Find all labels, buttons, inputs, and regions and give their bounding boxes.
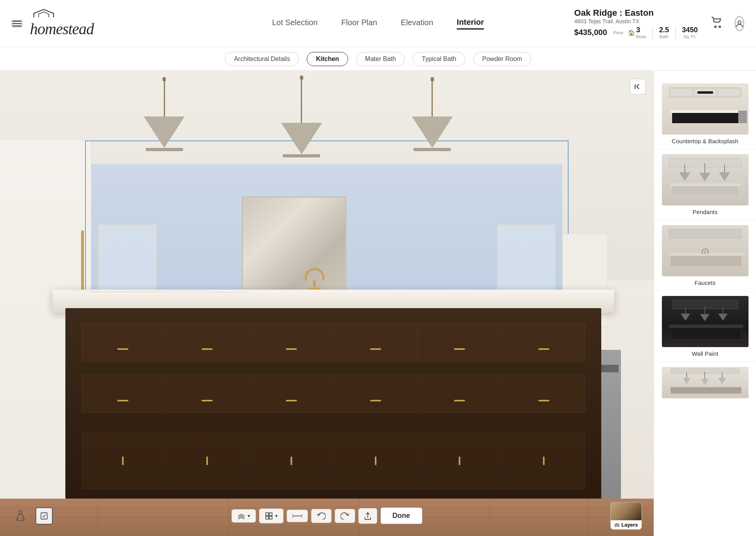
price-label: Price [613,30,623,35]
sqft-value: 3450 [682,26,698,34]
cart-icon [711,17,723,28]
layers-icon [237,513,245,519]
share-icon [364,512,371,520]
redo-icon [341,512,349,519]
layers-label: Layers [611,520,641,529]
baths-value: 2.5 [659,26,669,34]
header-right: Oak Ridge : Easton 4603 Tejas Trail, Aus… [579,8,744,39]
sqft-label: Sq. Ft. [682,34,698,39]
svg-rect-17 [266,516,269,519]
main-nav: Lot Selection Floor Plan Elevation Inter… [177,18,579,30]
sub-nav-typical-bath[interactable]: Typical Bath [413,52,465,66]
svg-rect-15 [266,513,269,516]
edit-icon [40,512,48,520]
svg-rect-14 [41,513,47,519]
stat-baths: 2.5 Bath [659,26,669,39]
property-stats: $435,000 Price 🏠 3 Beds 2.5 Bath 3450 [574,26,699,39]
redo-button[interactable] [335,509,355,523]
sub-nav-kitchen[interactable]: Kitchen [307,52,348,66]
wall-paint-label: Wall Paint [662,350,748,357]
stat-beds: 3 Beds [636,26,646,39]
baths-label: Bath [659,34,669,39]
panel-item-wall-paint[interactable]: Wall Paint [654,291,756,362]
sub-nav-architectural-details[interactable]: Architectural Details [225,52,299,66]
beds-value: 3 [636,26,646,34]
wall-paint-thumbnail [662,296,749,347]
main-content: Done Layers [0,71,756,536]
layers-thumbnail [611,503,641,520]
layers-small-icon [614,522,620,527]
property-name: Oak Ridge : Easton [574,8,699,18]
svg-point-0 [715,26,716,28]
user-button[interactable] [735,16,744,31]
menu-button[interactable] [12,20,22,27]
logo-house-icon [30,9,57,20]
kitchen-scene [0,71,654,536]
property-price: $435,000 [574,28,607,37]
property-address: 4603 Tejas Trail, Austin TX [574,18,699,24]
svg-point-2 [738,21,741,24]
person-mode-button[interactable] [12,507,29,525]
collapse-icon [634,83,642,91]
header: homestead Lot Selection Floor Plan Eleva… [0,0,756,47]
island-base [65,308,601,499]
svg-point-1 [719,26,721,28]
grid-icon [265,512,273,520]
undo-button[interactable] [311,509,332,523]
faucets-label: Faucets [662,279,748,286]
logo-text: homestead [30,20,94,38]
nav-elevation[interactable]: Elevation [401,18,433,29]
kitchen-viewer: Done Layers [0,71,654,536]
stat-divider-2 [675,27,676,39]
toolbar-left [12,507,53,525]
user-icon [736,20,743,28]
grid-button[interactable] [259,508,284,523]
cart-button[interactable] [711,17,723,30]
svg-rect-16 [269,513,272,516]
done-button[interactable]: Done [380,507,422,524]
share-button[interactable] [358,508,377,524]
countertop-thumbnail [662,83,749,135]
right-panel: Countertop & Backsplash [654,71,756,536]
person-icon [15,510,26,522]
stat-divider-1 [652,27,653,39]
layers-panel-button[interactable]: Layers [610,502,642,530]
undo-icon [317,512,326,519]
stat-sqft: 3450 Sq. Ft. [682,26,698,39]
pendant-center [281,71,322,157]
pendants-label: Pendants [662,209,748,215]
svg-point-11 [19,510,22,514]
pendants-thumbnail [662,154,749,205]
pendant-right [412,71,453,151]
panel-item-flooring[interactable] [654,362,756,406]
toolbar-center: Done [232,507,422,524]
beds-label: Beds [636,34,646,39]
beds-icon: 🏠 [628,30,635,36]
measure-icon [293,513,302,519]
sub-nav-mater-bath[interactable]: Mater Bath [356,52,405,66]
svg-rect-18 [269,516,272,519]
bottom-toolbar: Done Layers [0,507,654,524]
nav-interior[interactable]: Interior [457,18,484,30]
nav-floor-plan[interactable]: Floor Plan [341,18,377,29]
nav-lot-selection[interactable]: Lot Selection [272,18,318,29]
sub-nav-powder-room[interactable]: Powder Room [473,52,531,66]
app-container: homestead Lot Selection Floor Plan Eleva… [0,0,756,536]
property-info: Oak Ridge : Easton 4603 Tejas Trail, Aus… [574,8,699,39]
panel-item-faucets[interactable]: Faucets [654,220,756,291]
faucets-thumbnail [662,225,749,276]
measure-button[interactable] [287,510,308,522]
flooring-thumbnail [662,367,749,398]
header-left: homestead [12,9,177,38]
countertop-label: Countertop & Backsplash [662,138,748,144]
sub-nav: Architectural Details Kitchen Mater Bath… [0,47,756,71]
collapse-viewer-button[interactable] [630,79,646,94]
layers-toggle-button[interactable] [232,509,256,523]
panel-item-countertop[interactable]: Countertop & Backsplash [654,79,756,150]
logo: homestead [30,9,94,38]
edit-mode-button[interactable] [35,507,53,525]
panel-item-pendants[interactable]: Pendants [654,150,756,220]
pendant-left [144,71,185,151]
faucet [301,268,328,290]
